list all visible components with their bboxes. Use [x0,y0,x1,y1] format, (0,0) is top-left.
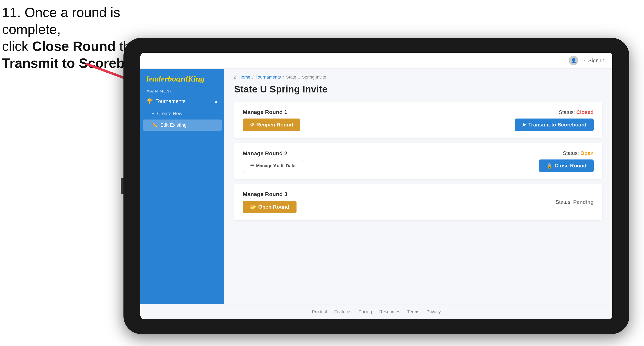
page-title: State U Spring Invite [234,84,602,95]
round-2-status-value: Open [580,150,594,156]
round-2-right: Status: Open 🔒 Close Round [539,150,594,172]
round-3-left: Manage Round 3 📂 Open Round [243,191,296,213]
transmit-scoreboard-label: Transmit to Scoreboard [528,122,586,128]
main-menu-label: MAIN MENU [140,87,224,95]
open-round-button[interactable]: 📂 Open Round [243,201,296,213]
plus-icon: + [152,111,154,116]
breadcrumb-sep1: / [252,75,254,80]
logo-regular: leaderboard [146,74,188,83]
tournaments-label: Tournaments [156,98,186,104]
home-icon: ⌂ [234,75,236,80]
transmit-scoreboard-button[interactable]: ➤ Transmit to Scoreboard [515,119,594,131]
round-card-3: Manage Round 3 📂 Open Round Status: Pend… [234,184,602,220]
open-round-label: Open Round [258,204,289,210]
round-2-title: Manage Round 2 [243,150,303,157]
footer-features[interactable]: Features [334,309,352,314]
breadcrumb-tournaments[interactable]: Tournaments [256,75,281,80]
breadcrumb-sep2: / [283,75,284,80]
tablet-frame: 👤 → Sign In leaderboardKing MAIN MENU 🏆 … [124,38,629,334]
tablet-screen: 👤 → Sign In leaderboardKing MAIN MENU 🏆 … [140,53,612,319]
sidebar-sub-create-new[interactable]: + Create New [140,108,224,119]
instruction-line1: 11. Once a round is complete, [2,5,120,37]
footer-pricing[interactable]: Pricing [359,309,372,314]
reopen-round-label: Reopen Round [256,122,293,128]
logo: leaderboardKing [146,75,218,83]
round-1-right: Status: Closed ➤ Transmit to Scoreboard [515,109,594,131]
trophy-icon: 🏆 [146,98,153,104]
round-card-1: Manage Round 1 ↺ Reopen Round Status: Cl… [234,102,602,138]
round-3-right: Status: Pending [556,199,594,205]
footer: Product Features Pricing Resources Terms… [140,304,612,319]
round-2-left: Manage Round 2 ☰ Manage/Audit Data [243,150,303,172]
avatar-icon: 👤 [569,56,578,65]
transmit-icon: ➤ [522,122,526,128]
footer-resources[interactable]: Resources [379,309,400,314]
round-1-status-value: Closed [576,109,594,115]
content-pane: ⌂ Home / Tournaments / State U Spring In… [224,69,612,304]
edit-existing-label: Edit Existing [160,122,186,128]
sidebar-item-tournaments[interactable]: 🏆 Tournaments ▲ [140,95,224,108]
round-3-status-value: Pending [573,199,594,205]
round-2-status: Status: Open [563,150,594,156]
manage-audit-button[interactable]: ☰ Manage/Audit Data [243,160,303,172]
lock-icon: 🔒 [546,163,552,169]
footer-privacy[interactable]: Privacy [426,309,441,314]
audit-icon: ☰ [250,163,254,169]
sidebar: leaderboardKing MAIN MENU 🏆 Tournaments … [140,69,224,304]
close-round-button[interactable]: 🔒 Close Round [539,160,594,172]
reopen-icon: ↺ [250,122,254,128]
round-1-left: Manage Round 1 ↺ Reopen Round [243,109,300,131]
sidebar-sub-edit-existing[interactable]: ✏️ Edit Existing [143,120,222,131]
round-card-2: Manage Round 2 ☰ Manage/Audit Data Statu… [234,143,602,179]
round-3-status: Status: Pending [556,199,594,205]
breadcrumb: ⌂ Home / Tournaments / State U Spring In… [234,75,602,80]
sign-in-text[interactable]: Sign In [588,57,604,64]
top-bar: 👤 → Sign In [140,53,612,69]
open-icon: 📂 [250,204,256,210]
breadcrumb-home[interactable]: Home [238,75,250,80]
reopen-round-button[interactable]: ↺ Reopen Round [243,119,300,131]
close-round-label: Close Round [554,163,586,169]
logo-area: leaderboardKing [140,69,224,87]
round-1-title: Manage Round 1 [243,109,300,115]
round-1-status: Status: Closed [559,109,594,115]
sign-in-area[interactable]: 👤 → Sign In [569,56,604,65]
footer-terms[interactable]: Terms [408,309,420,314]
logo-bold: King [188,74,204,83]
round-3-title: Manage Round 3 [243,191,296,197]
create-new-label: Create New [157,111,182,116]
breadcrumb-current: State U Spring Invite [286,75,326,80]
manage-audit-label: Manage/Audit Data [256,163,296,169]
chevron-icon: ▲ [214,99,218,104]
sign-in-label: → [581,57,586,64]
main-content: leaderboardKing MAIN MENU 🏆 Tournaments … [140,69,612,304]
tablet-side-button [121,178,124,194]
edit-icon: ✏️ [152,122,158,128]
footer-product[interactable]: Product [312,309,327,314]
